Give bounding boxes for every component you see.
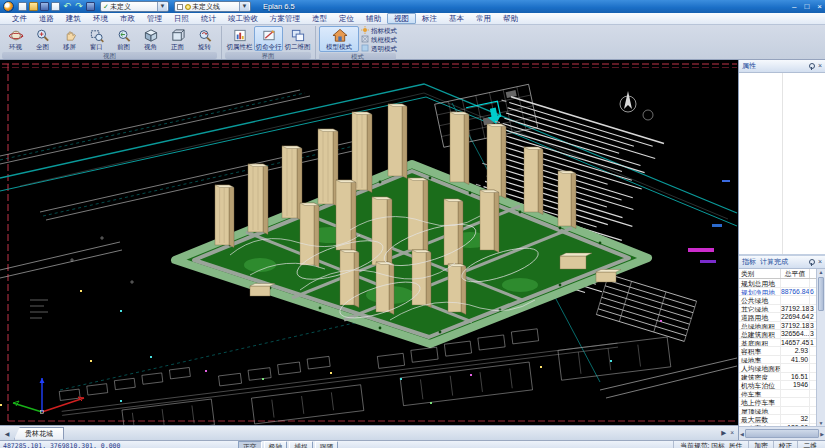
menu-item[interactable]: 竣工验收 <box>222 13 264 24</box>
chevron-down-icon[interactable]: ▼ <box>157 2 167 11</box>
menu-item[interactable]: 常用 <box>470 13 497 24</box>
scrollbar-thumb[interactable] <box>745 429 819 438</box>
scroll-right-icon[interactable]: ▶ <box>820 431 824 437</box>
horizontal-scrollbar[interactable]: ◀ ▶ <box>739 426 825 440</box>
cad-viewport[interactable] <box>0 60 738 425</box>
table-row[interactable]: 总绿地面积 37192.18 3 <box>739 322 816 331</box>
tab-close-icon[interactable]: × <box>730 429 734 437</box>
table-row[interactable]: 基底面积 14657.45 1 <box>739 339 816 348</box>
linetype-combobox-value: 未定义线 <box>192 2 238 12</box>
table-row[interactable]: 地上停车率 <box>739 398 816 407</box>
indicator-mode-option[interactable]: 指标模式 <box>361 26 397 34</box>
table-row[interactable]: 机动车泊位 1946 <box>739 381 816 390</box>
menu-item[interactable]: 造型 <box>306 13 333 24</box>
menu-item[interactable]: 帮助 <box>497 13 524 24</box>
table-row[interactable]: 最大层数 32 <box>739 415 816 424</box>
orbit-view-button[interactable]: 环视 <box>2 26 29 51</box>
indicator-status: 计算完成 <box>760 257 788 267</box>
table-row[interactable]: 公共绿地 <box>739 296 816 305</box>
layer-combobox[interactable]: ✓ 未定义 ▼ <box>100 1 169 12</box>
mode-toggle-button[interactable]: 跟随 <box>315 441 339 448</box>
menu-item[interactable]: 道路 <box>33 13 60 24</box>
table-row[interactable]: 规划总用地 <box>739 279 816 288</box>
check-icon: ✓ <box>103 3 109 11</box>
table-row[interactable]: 总建筑面积 326564... 3 <box>739 330 816 339</box>
previous-view-button[interactable]: 前图 <box>110 26 137 51</box>
scrollbar-thumb[interactable] <box>818 277 824 311</box>
redo-icon[interactable]: ↷ <box>74 1 84 12</box>
drawing-tab-active[interactable]: 贵林花城 <box>14 427 64 440</box>
transparent-mode-option[interactable]: 透明模式 <box>361 44 397 52</box>
cursor-coordinates: 487285.101, 3769810.301, 0.000 <box>3 442 238 448</box>
table-row[interactable]: 人均绿地面积 <box>739 364 816 373</box>
menu-item[interactable]: 建筑 <box>60 13 87 24</box>
app-logo-icon[interactable] <box>3 1 14 12</box>
properties-grid[interactable] <box>739 73 825 254</box>
status-button[interactable]: 校正 <box>773 441 798 448</box>
toolbar-group-interface: 切属性栏 切命令行 切二维图 界面 <box>225 26 316 59</box>
close-button[interactable]: × <box>817 0 822 13</box>
menu-item[interactable]: 基本 <box>443 13 470 24</box>
close-icon[interactable]: × <box>818 259 822 265</box>
status-button[interactable]: 加密 <box>748 441 773 448</box>
open-file-icon[interactable] <box>29 2 38 11</box>
menu-item[interactable]: 日照 <box>168 13 195 24</box>
draw-mode-toggles: 正交极轴捕捉跟随 <box>238 441 338 448</box>
chevron-down-icon[interactable]: ▼ <box>239 2 249 11</box>
minimize-button[interactable]: – <box>792 0 796 13</box>
tab-scroll-left-icon[interactable]: ◀ <box>2 430 12 437</box>
vertical-scrollbar[interactable]: ▲ ▼ <box>816 269 825 426</box>
menu-item[interactable]: 视图 <box>387 13 416 24</box>
front-view-button[interactable]: 正面 <box>164 26 191 51</box>
mode-toggle-button[interactable]: 极轴 <box>264 441 288 448</box>
zoom-extents-button[interactable]: 全图 <box>29 26 56 51</box>
tab-scroll-right-icon[interactable]: ▶ <box>721 429 726 437</box>
front-cube-icon <box>170 28 186 43</box>
save-as-icon[interactable] <box>51 2 60 11</box>
undo-icon[interactable]: ↶ <box>62 1 72 12</box>
table-row[interactable]: 停车率 <box>739 390 816 399</box>
mode-toggle-button[interactable]: 正交 <box>238 441 262 448</box>
menu-item[interactable]: 定位 <box>333 13 360 24</box>
menu-item[interactable]: 管理 <box>141 13 168 24</box>
menu-item[interactable]: 环境 <box>87 13 114 24</box>
new-file-icon[interactable] <box>18 2 27 11</box>
model-mode-button[interactable]: 模型模式 <box>319 26 359 52</box>
table-row[interactable]: 建筑密度 16.51 <box>739 373 816 382</box>
menu-item[interactable]: 方案管理 <box>264 13 306 24</box>
checkbox-icon[interactable] <box>177 4 183 10</box>
print-icon[interactable] <box>86 2 95 11</box>
menu-item[interactable]: 文件 <box>6 13 33 24</box>
scroll-left-icon[interactable]: ◀ <box>740 431 744 437</box>
scroll-up-icon[interactable]: ▲ <box>819 269 824 275</box>
toggle-2d-view-button[interactable]: 切二维图 <box>283 26 312 51</box>
view-angle-button[interactable]: 视角 <box>137 26 164 51</box>
table-row[interactable]: 屋顶绿地 <box>739 407 816 416</box>
menu-item[interactable]: 统计 <box>195 13 222 24</box>
pin-icon[interactable] <box>809 259 815 265</box>
rotate-view-button[interactable]: 旋转 <box>191 26 218 51</box>
indicator-panel: 指标 计算完成 × 类别 总平值 <box>739 256 825 440</box>
menu-item[interactable]: 标注 <box>416 13 443 24</box>
table-row[interactable]: 容积率 2.93 <box>739 347 816 356</box>
menu-item[interactable]: 辅助 <box>360 13 387 24</box>
table-row[interactable]: 其它绿地 37192.18 3 <box>739 305 816 314</box>
menu-item[interactable]: 市政 <box>114 13 141 24</box>
toggle-command-line-button[interactable]: 切命令行 <box>254 26 283 51</box>
table-row[interactable]: 道路用地 22694.64 2 <box>739 313 816 322</box>
status-button[interactable]: 二维 <box>797 441 822 448</box>
table-row[interactable]: 规划净用地 88766.84 6 <box>739 288 816 297</box>
close-icon[interactable]: × <box>818 63 822 69</box>
pan-button[interactable]: 移屏 <box>56 26 83 51</box>
table-row[interactable]: 绿地率 41.90 <box>739 356 816 365</box>
pin-icon[interactable] <box>809 63 815 69</box>
zoom-window-button[interactable]: 窗口 <box>83 26 110 51</box>
linetype-combobox[interactable]: 未定义线 ▼ <box>174 1 251 12</box>
toggle-properties-bar-button[interactable]: 切属性栏 <box>225 26 254 51</box>
indicator-table[interactable]: 规划总用地 规划净用地 88766.84 6 公共绿地 <box>739 279 816 426</box>
maximize-button[interactable]: □ <box>804 0 809 13</box>
save-icon[interactable] <box>40 2 49 11</box>
right-dock: 属性 × 指标 计算完成 × <box>738 60 825 440</box>
wireframe-mode-option[interactable]: 线框模式 <box>361 35 397 43</box>
mode-toggle-button[interactable]: 捕捉 <box>289 441 313 448</box>
